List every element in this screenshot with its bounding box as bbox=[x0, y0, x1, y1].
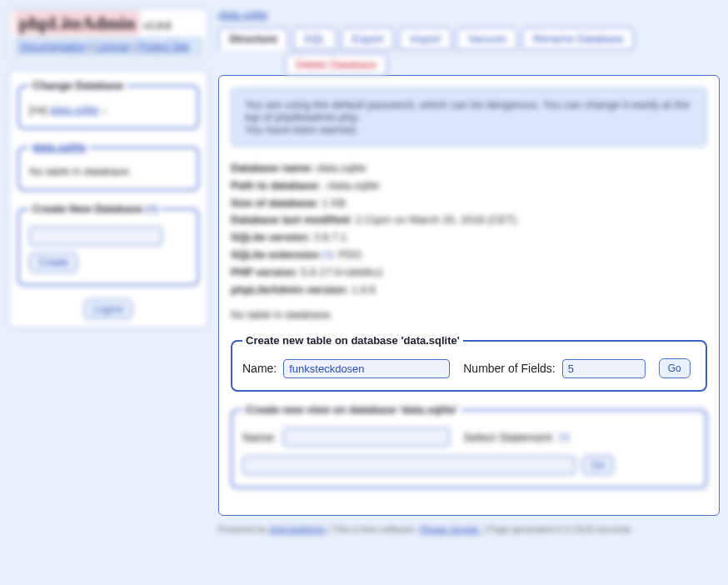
tab-sql[interactable]: SQL bbox=[293, 28, 337, 50]
main-panel: You are using the default password, whic… bbox=[218, 75, 720, 516]
nav-links: Documentation | License | Project Site bbox=[14, 38, 202, 56]
change-database-legend: Change Database bbox=[29, 79, 127, 92]
breadcrumb[interactable]: data.sqlite bbox=[218, 8, 267, 21]
create-table-legend: Create new table on database 'data.sqlit… bbox=[242, 334, 463, 347]
db-info-list: Database name: data.sqlite Path to datab… bbox=[231, 160, 707, 298]
db-rw-prefix: [rw] bbox=[29, 103, 47, 116]
create-table-go-button[interactable]: Go bbox=[659, 358, 691, 378]
create-table-fields-label: Number of Fields: bbox=[463, 362, 555, 375]
create-view-help[interactable]: [?] bbox=[559, 432, 569, 442]
no-table-text: No table in database. bbox=[231, 308, 707, 321]
create-view-name-label: Name: bbox=[242, 431, 277, 444]
tab-import[interactable]: Import bbox=[399, 28, 451, 50]
create-table-fieldset: Create new table on database 'data.sqlit… bbox=[231, 334, 707, 392]
db-tables-fieldset: data.sqlite No table in database. bbox=[17, 141, 199, 191]
tab-vacuum[interactable]: Vacuum bbox=[456, 28, 517, 50]
tab-delete-database[interactable]: Delete Database bbox=[285, 53, 387, 76]
warning-box: You are using the default password, whic… bbox=[231, 88, 707, 147]
create-table-fields-input[interactable] bbox=[562, 359, 646, 378]
create-db-fieldset: Create New Database [?] Create bbox=[17, 202, 199, 286]
sidebar-panel: Change Database [rw] data.sqlite ↓ data.… bbox=[8, 70, 208, 328]
app-version: v1.9.6 bbox=[143, 20, 171, 32]
logo-box: phpLiteAdmin v1.9.6 Documentation | Lice… bbox=[8, 8, 208, 60]
tabs-row: Structure SQL Export Import Vacuum Renam… bbox=[218, 28, 720, 50]
create-view-fieldset: Create new view on database 'data.sqlite… bbox=[231, 403, 707, 488]
db-tables-legend[interactable]: data.sqlite bbox=[29, 141, 89, 153]
create-view-stmt-label: Select Statement bbox=[463, 431, 552, 444]
create-db-legend: Create New Database [?] bbox=[29, 202, 161, 215]
nav-documentation[interactable]: Documentation bbox=[20, 41, 87, 52]
create-table-name-label: Name: bbox=[242, 362, 277, 375]
tab-structure[interactable]: Structure bbox=[218, 28, 288, 50]
footer-donate-link[interactable]: Please donate. bbox=[420, 524, 481, 534]
tab-export[interactable]: Export bbox=[342, 28, 395, 50]
create-view-legend: Create new view on database 'data.sqlite… bbox=[242, 403, 461, 416]
db-suffix: ↓ bbox=[102, 103, 107, 116]
create-table-name-input[interactable] bbox=[283, 359, 450, 378]
change-database-fieldset: Change Database [rw] data.sqlite ↓ bbox=[17, 79, 199, 129]
warning-line1: You are using the default password, whic… bbox=[245, 98, 693, 123]
create-view-name-input[interactable] bbox=[283, 428, 450, 447]
create-db-button[interactable]: Create bbox=[29, 252, 77, 272]
warning-line2: You have been warned. bbox=[245, 123, 693, 136]
tabs-row2: Delete Database bbox=[285, 53, 720, 76]
nav-project-site[interactable]: Project Site bbox=[138, 41, 189, 52]
footer-app-link[interactable]: phpLiteAdmin bbox=[269, 524, 325, 534]
logout-button[interactable]: Logout bbox=[84, 299, 133, 319]
footer: Powered by phpLiteAdmin | This is free s… bbox=[218, 524, 720, 534]
app-title: phpLiteAdmin bbox=[14, 11, 140, 35]
db-link[interactable]: data.sqlite bbox=[50, 103, 99, 116]
create-view-go-button[interactable]: Go bbox=[582, 455, 614, 475]
create-view-stmt-input[interactable] bbox=[242, 456, 576, 475]
create-db-help[interactable]: [?] bbox=[146, 204, 157, 214]
no-table-msg: No table in database. bbox=[29, 165, 132, 178]
tab-rename[interactable]: Rename Database bbox=[522, 28, 634, 50]
nav-license[interactable]: License bbox=[96, 41, 130, 52]
create-db-name-input[interactable] bbox=[29, 227, 162, 246]
